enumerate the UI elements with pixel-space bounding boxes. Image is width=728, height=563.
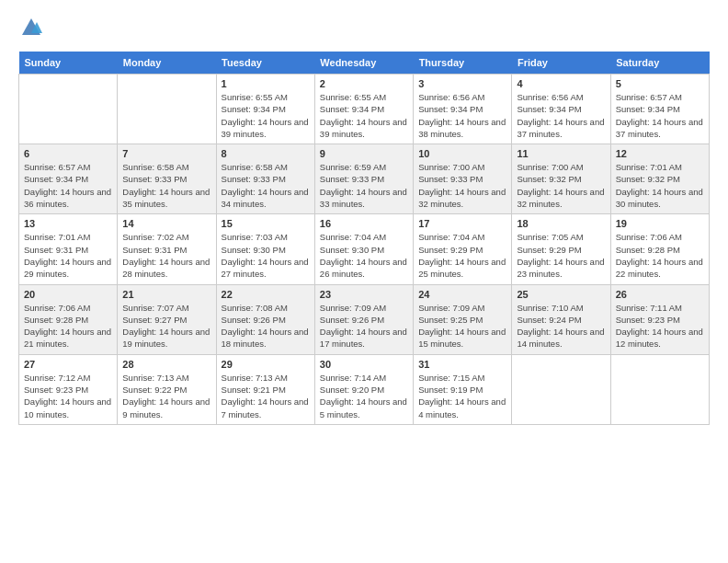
day-cell: 17Sunrise: 7:04 AMSunset: 9:29 PMDayligh… xyxy=(414,214,512,284)
header xyxy=(18,15,710,40)
day-number: 27 xyxy=(24,359,112,370)
weekday-thursday: Thursday xyxy=(414,52,512,75)
day-info: Sunrise: 7:00 AMSunset: 9:32 PMDaylight:… xyxy=(517,161,605,210)
day-cell: 12Sunrise: 7:01 AMSunset: 9:32 PMDayligh… xyxy=(610,144,709,214)
day-info: Sunrise: 7:01 AMSunset: 9:32 PMDaylight:… xyxy=(616,161,704,210)
day-number: 21 xyxy=(122,289,210,300)
day-number: 25 xyxy=(517,289,605,300)
day-cell: 24Sunrise: 7:09 AMSunset: 9:25 PMDayligh… xyxy=(414,284,512,354)
day-cell: 16Sunrise: 7:04 AMSunset: 9:30 PMDayligh… xyxy=(314,214,413,284)
day-info: Sunrise: 6:55 AMSunset: 9:34 PMDaylight:… xyxy=(222,91,310,140)
day-number: 19 xyxy=(616,218,704,229)
week-row-3: 13Sunrise: 7:01 AMSunset: 9:31 PMDayligh… xyxy=(19,214,710,284)
day-number: 1 xyxy=(222,78,310,89)
day-cell: 4Sunrise: 6:56 AMSunset: 9:34 PMDaylight… xyxy=(512,75,610,144)
day-number: 29 xyxy=(222,359,310,370)
day-cell: 27Sunrise: 7:12 AMSunset: 9:23 PMDayligh… xyxy=(19,354,118,424)
day-cell: 21Sunrise: 7:07 AMSunset: 9:27 PMDayligh… xyxy=(118,284,216,354)
day-number: 24 xyxy=(418,289,506,300)
day-info: Sunrise: 7:01 AMSunset: 9:31 PMDaylight:… xyxy=(24,231,112,280)
day-cell xyxy=(118,75,216,144)
day-info: Sunrise: 7:03 AMSunset: 9:30 PMDaylight:… xyxy=(222,231,310,280)
day-info: Sunrise: 7:08 AMSunset: 9:26 PMDaylight:… xyxy=(222,302,310,350)
day-info: Sunrise: 7:09 AMSunset: 9:26 PMDaylight:… xyxy=(320,302,408,350)
day-cell: 18Sunrise: 7:05 AMSunset: 9:29 PMDayligh… xyxy=(512,214,610,284)
day-info: Sunrise: 6:56 AMSunset: 9:34 PMDaylight:… xyxy=(517,91,605,140)
day-cell: 7Sunrise: 6:58 AMSunset: 9:33 PMDaylight… xyxy=(118,144,216,214)
day-number: 5 xyxy=(616,78,704,89)
day-number: 12 xyxy=(616,148,704,159)
day-cell: 22Sunrise: 7:08 AMSunset: 9:26 PMDayligh… xyxy=(216,284,314,354)
day-info: Sunrise: 7:13 AMSunset: 9:21 PMDaylight:… xyxy=(222,372,310,420)
day-info: Sunrise: 6:55 AMSunset: 9:34 PMDaylight:… xyxy=(320,91,408,140)
day-cell: 19Sunrise: 7:06 AMSunset: 9:28 PMDayligh… xyxy=(610,214,709,284)
day-cell: 23Sunrise: 7:09 AMSunset: 9:26 PMDayligh… xyxy=(314,284,413,354)
day-info: Sunrise: 6:56 AMSunset: 9:34 PMDaylight:… xyxy=(418,91,506,140)
calendar-table: SundayMondayTuesdayWednesdayThursdayFrid… xyxy=(18,52,710,425)
day-cell: 14Sunrise: 7:02 AMSunset: 9:31 PMDayligh… xyxy=(118,214,216,284)
day-number: 28 xyxy=(122,359,210,370)
day-info: Sunrise: 7:00 AMSunset: 9:33 PMDaylight:… xyxy=(418,161,506,210)
day-number: 14 xyxy=(122,218,210,229)
day-cell xyxy=(19,75,118,144)
day-number: 2 xyxy=(320,78,408,89)
day-cell: 11Sunrise: 7:00 AMSunset: 9:32 PMDayligh… xyxy=(512,144,610,214)
day-info: Sunrise: 6:58 AMSunset: 9:33 PMDaylight:… xyxy=(222,161,310,210)
day-number: 20 xyxy=(24,289,112,300)
week-row-1: 1Sunrise: 6:55 AMSunset: 9:34 PMDaylight… xyxy=(19,75,710,144)
weekday-sunday: Sunday xyxy=(19,52,118,75)
day-info: Sunrise: 6:59 AMSunset: 9:33 PMDaylight:… xyxy=(320,161,408,210)
day-info: Sunrise: 7:07 AMSunset: 9:27 PMDaylight:… xyxy=(122,302,210,350)
day-cell: 26Sunrise: 7:11 AMSunset: 9:23 PMDayligh… xyxy=(610,284,709,354)
week-row-4: 20Sunrise: 7:06 AMSunset: 9:28 PMDayligh… xyxy=(19,284,710,354)
day-cell: 28Sunrise: 7:13 AMSunset: 9:22 PMDayligh… xyxy=(118,354,216,424)
logo-icon xyxy=(18,15,44,40)
day-number: 22 xyxy=(222,289,310,300)
day-number: 3 xyxy=(418,78,506,89)
day-info: Sunrise: 7:12 AMSunset: 9:23 PMDaylight:… xyxy=(24,372,112,420)
day-number: 4 xyxy=(517,78,605,89)
day-cell: 8Sunrise: 6:58 AMSunset: 9:33 PMDaylight… xyxy=(216,144,314,214)
day-cell: 29Sunrise: 7:13 AMSunset: 9:21 PMDayligh… xyxy=(216,354,314,424)
week-row-5: 27Sunrise: 7:12 AMSunset: 9:23 PMDayligh… xyxy=(19,354,710,424)
day-info: Sunrise: 7:11 AMSunset: 9:23 PMDaylight:… xyxy=(616,302,704,350)
day-cell xyxy=(512,354,610,424)
weekday-header-row: SundayMondayTuesdayWednesdayThursdayFrid… xyxy=(19,52,710,75)
day-cell: 25Sunrise: 7:10 AMSunset: 9:24 PMDayligh… xyxy=(512,284,610,354)
day-number: 18 xyxy=(517,218,605,229)
day-info: Sunrise: 7:04 AMSunset: 9:29 PMDaylight:… xyxy=(418,231,506,280)
day-cell: 1Sunrise: 6:55 AMSunset: 9:34 PMDaylight… xyxy=(216,75,314,144)
day-info: Sunrise: 7:06 AMSunset: 9:28 PMDaylight:… xyxy=(24,302,112,350)
weekday-tuesday: Tuesday xyxy=(216,52,314,75)
day-cell: 3Sunrise: 6:56 AMSunset: 9:34 PMDaylight… xyxy=(414,75,512,144)
day-cell: 30Sunrise: 7:14 AMSunset: 9:20 PMDayligh… xyxy=(314,354,413,424)
logo xyxy=(18,15,48,40)
day-number: 30 xyxy=(320,359,408,370)
day-number: 11 xyxy=(517,148,605,159)
day-number: 17 xyxy=(418,218,506,229)
day-number: 6 xyxy=(24,148,112,159)
day-number: 23 xyxy=(320,289,408,300)
day-number: 8 xyxy=(222,148,310,159)
weekday-friday: Friday xyxy=(512,52,610,75)
day-info: Sunrise: 6:57 AMSunset: 9:34 PMDaylight:… xyxy=(24,161,112,210)
day-info: Sunrise: 6:58 AMSunset: 9:33 PMDaylight:… xyxy=(122,161,210,210)
day-info: Sunrise: 7:06 AMSunset: 9:28 PMDaylight:… xyxy=(616,231,704,280)
page: SundayMondayTuesdayWednesdayThursdayFrid… xyxy=(0,0,728,563)
day-info: Sunrise: 7:09 AMSunset: 9:25 PMDaylight:… xyxy=(418,302,506,350)
weekday-wednesday: Wednesday xyxy=(314,52,413,75)
day-info: Sunrise: 6:57 AMSunset: 9:34 PMDaylight:… xyxy=(616,91,704,140)
day-info: Sunrise: 7:13 AMSunset: 9:22 PMDaylight:… xyxy=(122,372,210,420)
day-cell: 6Sunrise: 6:57 AMSunset: 9:34 PMDaylight… xyxy=(19,144,118,214)
weekday-monday: Monday xyxy=(118,52,216,75)
day-number: 15 xyxy=(222,218,310,229)
day-info: Sunrise: 7:05 AMSunset: 9:29 PMDaylight:… xyxy=(517,231,605,280)
weekday-saturday: Saturday xyxy=(610,52,709,75)
day-number: 16 xyxy=(320,218,408,229)
day-cell: 20Sunrise: 7:06 AMSunset: 9:28 PMDayligh… xyxy=(19,284,118,354)
day-cell xyxy=(610,354,709,424)
day-cell: 2Sunrise: 6:55 AMSunset: 9:34 PMDaylight… xyxy=(314,75,413,144)
day-number: 31 xyxy=(418,359,506,370)
day-info: Sunrise: 7:02 AMSunset: 9:31 PMDaylight:… xyxy=(122,231,210,280)
day-number: 10 xyxy=(418,148,506,159)
